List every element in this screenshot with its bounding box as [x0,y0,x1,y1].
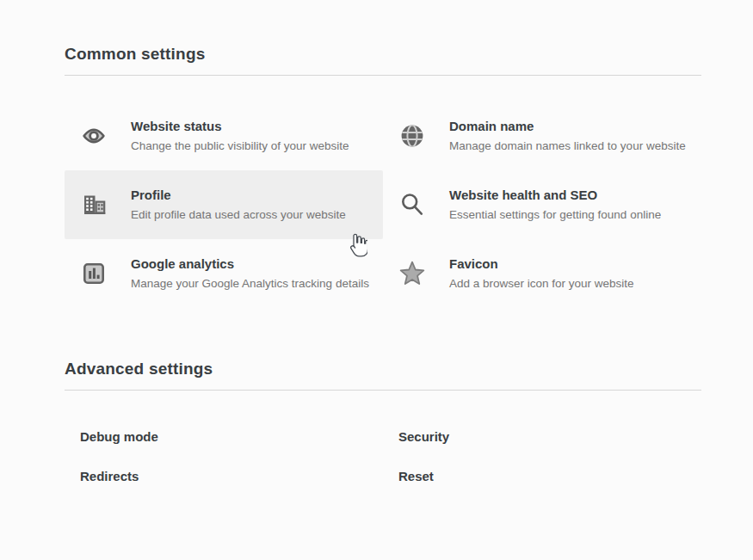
settings-page: Common settings Website status Change th… [0,0,753,560]
common-settings-grid: Website status Change the public visibil… [65,102,701,308]
setting-item-website-status[interactable]: Website status Change the public visibil… [65,102,383,170]
setting-item-website-health-seo[interactable]: Website health and SEO Essential setting… [383,170,701,239]
link-security[interactable]: Security [383,416,701,456]
common-settings-heading: Common settings [65,45,701,64]
eye-icon [80,122,108,150]
search-icon [398,191,426,218]
setting-item-profile[interactable]: Profile Edit profile data used across yo… [65,170,383,239]
link-debug-mode[interactable]: Debug mode [65,416,383,456]
setting-title: Domain name [449,119,686,134]
advanced-settings-heading: Advanced settings [65,360,701,378]
building-icon [80,191,108,218]
setting-subtitle: Essential settings for getting found onl… [449,207,661,222]
setting-title: Profile [131,188,346,203]
link-redirects[interactable]: Redirects [65,456,383,495]
star-icon [398,260,426,287]
setting-subtitle: Add a browser icon for your website [449,276,634,291]
setting-item-favicon[interactable]: Favicon Add a browser icon for your webs… [383,239,701,308]
setting-subtitle: Edit profile data used across your websi… [131,207,346,222]
divider [65,75,701,76]
divider [65,390,701,391]
setting-title: Favicon [449,256,634,272]
setting-title: Website status [131,119,349,134]
setting-item-domain-name[interactable]: Domain name Manage domain names linked t… [383,102,701,170]
link-reset[interactable]: Reset [383,456,701,495]
setting-title: Google analytics [131,256,369,272]
advanced-settings-grid: Debug mode Security Redirects Reset [65,416,701,495]
setting-title: Website health and SEO [449,188,661,203]
setting-item-google-analytics[interactable]: Google analytics Manage your Google Anal… [65,239,383,308]
bar-chart-icon [80,260,108,287]
setting-subtitle: Manage domain names linked to your websi… [449,138,686,153]
setting-subtitle: Manage your Google Analytics tracking de… [131,276,369,291]
setting-subtitle: Change the public visibility of your web… [131,138,349,153]
globe-icon [398,122,426,150]
